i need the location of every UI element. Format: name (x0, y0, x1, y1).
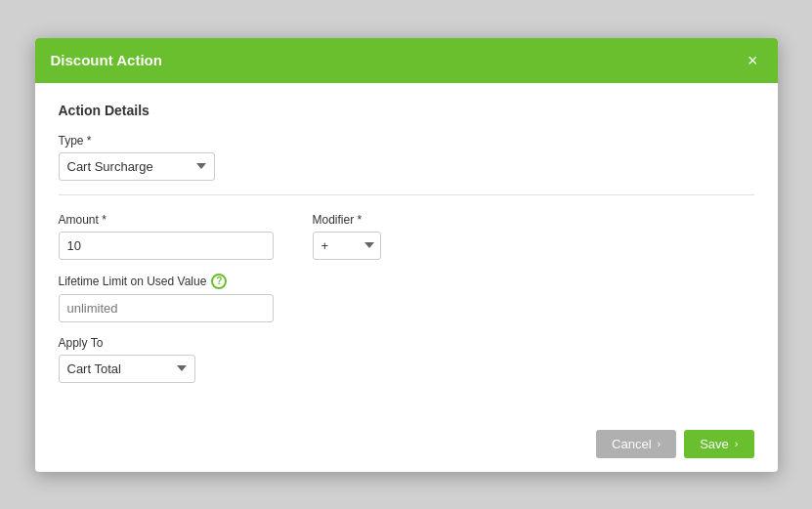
lifetime-limit-input[interactable] (59, 294, 274, 322)
lifetime-input-wrapper (59, 294, 754, 322)
modifier-row: + - % (313, 232, 381, 260)
save-arrow: › (735, 438, 739, 449)
lifetime-limit-label: Lifetime Limit on Used Value (59, 275, 207, 288)
close-button[interactable]: × (744, 50, 762, 71)
discount-action-modal: Discount Action × Action Details Type * … (35, 38, 778, 472)
modifier-col: Modifier * + - % (313, 213, 381, 274)
save-button[interactable]: Save › (684, 430, 753, 458)
type-label: Type * (59, 134, 754, 148)
modal-footer: Cancel › Save › (35, 416, 778, 472)
modal-title: Discount Action (51, 52, 162, 68)
modifier-select[interactable]: + - % (313, 232, 381, 260)
modal-body: Action Details Type * Cart Surcharge Ord… (35, 83, 778, 416)
modal-header: Discount Action × (35, 38, 778, 83)
apply-to-field-group: Apply To Cart Total Item Total Shipping (59, 336, 754, 383)
modal-overlay: Discount Action × Action Details Type * … (0, 0, 812, 509)
amount-modifier-row: Amount * Modifier * + - % (59, 213, 754, 274)
amount-col: Amount * (59, 213, 274, 274)
cancel-arrow: › (658, 438, 662, 449)
type-field-group: Type * Cart Surcharge Order Discount Ite… (59, 134, 754, 181)
modifier-field-group: Modifier * + - % (313, 213, 381, 260)
section-title: Action Details (59, 103, 754, 118)
apply-to-label: Apply To (59, 336, 754, 350)
lifetime-help-icon[interactable]: ? (211, 274, 227, 289)
lifetime-label-row: Lifetime Limit on Used Value ? (59, 274, 754, 289)
modifier-label: Modifier * (313, 213, 381, 227)
divider (59, 194, 754, 195)
amount-field-group: Amount * (59, 213, 274, 260)
type-select[interactable]: Cart Surcharge Order Discount Item Disco… (59, 152, 215, 181)
lifetime-limit-field-group: Lifetime Limit on Used Value ? (59, 274, 754, 322)
amount-input[interactable] (59, 232, 274, 260)
amount-label: Amount * (59, 213, 274, 227)
save-label: Save (700, 437, 729, 451)
cancel-button[interactable]: Cancel › (596, 430, 676, 458)
cancel-label: Cancel (612, 437, 651, 451)
apply-to-select[interactable]: Cart Total Item Total Shipping (59, 355, 195, 383)
